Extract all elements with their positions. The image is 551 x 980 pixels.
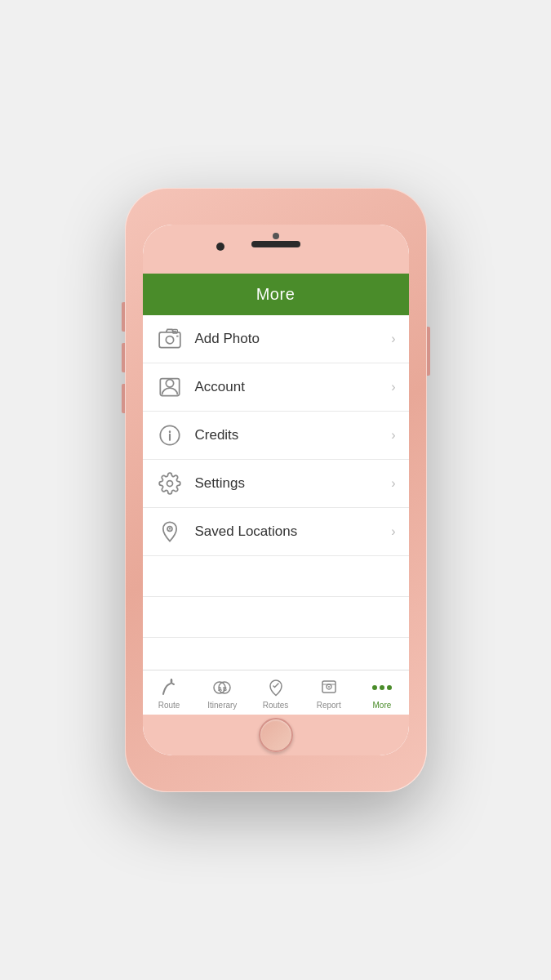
svg-text:A: A [218, 686, 222, 692]
home-button[interactable] [259, 718, 293, 752]
svg-point-12 [167, 481, 172, 487]
front-camera [216, 243, 224, 251]
saved-locations-icon [156, 518, 184, 546]
tab-more-label: More [373, 701, 392, 710]
menu-item-add-photo[interactable]: Add Photo › [143, 315, 409, 363]
dot-3 [387, 685, 392, 690]
tab-report-label: Report [317, 701, 341, 710]
chevron-saved-locations: › [391, 524, 395, 539]
tab-routes[interactable]: Routes [249, 677, 302, 710]
menu-item-saved-locations[interactable]: Saved Locations › [143, 508, 409, 556]
report-tab-icon [318, 677, 340, 698]
menu-empty-row-3 [143, 638, 409, 670]
chevron-settings: › [391, 476, 395, 491]
menu-label-account: Account [195, 379, 392, 395]
svg-point-21 [328, 686, 330, 688]
app-header: More [143, 274, 409, 315]
tab-itinerary[interactable]: A B Itinerary [196, 677, 249, 710]
front-sensor [273, 233, 279, 239]
tab-report[interactable]: Report [302, 677, 355, 710]
menu-label-saved-locations: Saved Locations [195, 523, 392, 540]
speaker [251, 241, 300, 247]
tab-route[interactable]: Route [143, 677, 196, 710]
menu-empty-row-2 [143, 597, 409, 638]
menu-label-settings: Settings [195, 475, 392, 492]
credits-icon [156, 421, 184, 449]
dot-2 [380, 685, 384, 690]
phone-frame: More [125, 188, 427, 792]
tab-itinerary-label: Itinerary [207, 701, 237, 710]
phone-bottom-bar [143, 715, 409, 755]
phone-top-bar [143, 225, 409, 274]
add-photo-icon [156, 325, 184, 353]
route-tab-icon [158, 677, 180, 698]
account-icon [156, 373, 184, 401]
menu-item-account[interactable]: Account › [143, 363, 409, 412]
chevron-account: › [391, 380, 395, 394]
tab-route-label: Route [158, 701, 180, 710]
settings-icon [156, 470, 184, 497]
header-title: More [256, 285, 295, 303]
svg-point-7 [166, 380, 173, 387]
routes-tab-icon [265, 677, 287, 698]
svg-point-14 [168, 528, 170, 529]
itinerary-tab-icon: A B [211, 677, 233, 698]
tab-bar: Route A B Itinerary [143, 670, 409, 715]
phone-screen: More [143, 225, 409, 755]
svg-point-1 [166, 336, 173, 344]
menu-item-settings[interactable]: Settings › [143, 460, 409, 508]
svg-text:B: B [223, 686, 227, 692]
more-dots-icon [372, 677, 392, 698]
tab-routes-label: Routes [263, 701, 289, 710]
tab-more[interactable]: More [355, 677, 408, 710]
chevron-credits: › [391, 428, 395, 443]
dot-1 [372, 685, 377, 690]
svg-rect-0 [159, 332, 180, 348]
menu-label-add-photo: Add Photo [195, 331, 392, 347]
menu-label-credits: Credits [195, 427, 392, 443]
chevron-add-photo: › [391, 332, 395, 346]
menu-list: Add Photo › Account › [143, 315, 409, 670]
menu-empty-row-1 [143, 556, 409, 597]
menu-item-credits[interactable]: Credits › [143, 412, 409, 460]
app-screen: More [143, 274, 409, 715]
